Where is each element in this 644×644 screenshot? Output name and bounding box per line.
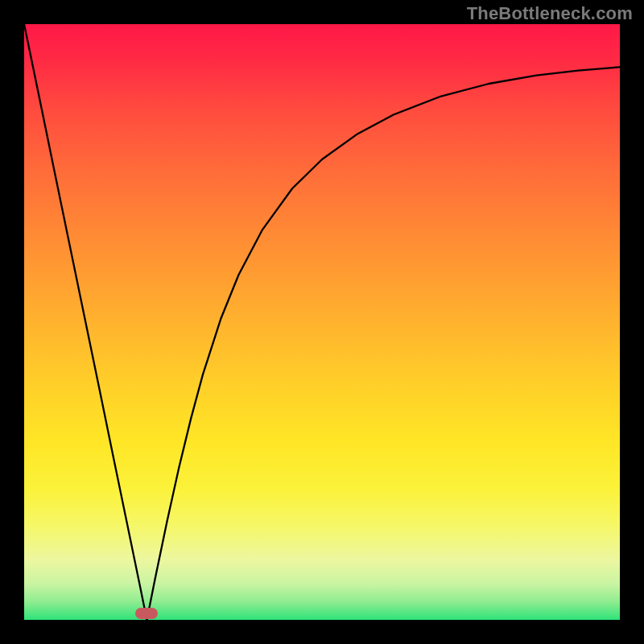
bottleneck-marker [135, 608, 158, 619]
chart-frame: TheBottleneck.com [0, 0, 644, 644]
watermark-text: TheBottleneck.com [467, 3, 633, 24]
curve-layer [24, 24, 620, 620]
plot-area [24, 24, 620, 620]
left-branch-path [24, 24, 147, 620]
right-branch-path [147, 67, 620, 620]
